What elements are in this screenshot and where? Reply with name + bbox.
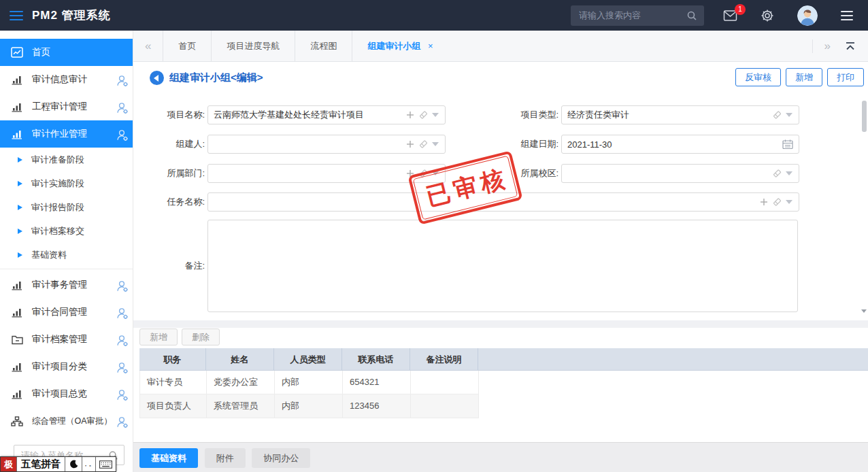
ime-scheme-button[interactable]: 五笔拼音 [16,457,65,471]
sidebar-item-project-overview[interactable]: 审计项目总览 [0,380,133,407]
table-row[interactable]: 审计专员 党委办公室 内部 654321 [139,371,479,394]
global-search-input[interactable] [578,10,686,21]
clear-icon[interactable] [418,139,429,149]
tabs-scroll-left[interactable]: « [133,39,163,53]
column-header: 职务 [139,348,206,370]
global-search-box[interactable] [571,5,704,26]
collapse-up-icon[interactable] [842,41,868,51]
sidebar-subitem-basic-data[interactable]: 基础资料 [0,243,133,267]
punctuation-toggle[interactable]: ，。 [82,457,96,471]
build-date-input[interactable] [562,135,799,153]
message-count-badge: 1 [735,4,746,15]
campus-field[interactable] [561,164,799,183]
tab-collaboration[interactable]: 协同办公 [252,448,310,468]
project-type-input[interactable] [562,106,799,124]
column-header: 人员类型 [274,348,342,370]
sidebar-item-audit-archives[interactable]: 审计档案管理 [0,326,133,353]
add-button[interactable]: 新增 [786,68,822,86]
sidebar-item-audit-affairs[interactable]: 审计事务管理 [0,271,133,299]
tab-home[interactable]: 首页 [163,31,211,61]
settings-button[interactable] [761,9,774,22]
build-date-field[interactable] [561,135,799,154]
table-add-button[interactable]: 新增 [139,328,178,345]
keyboard-icon[interactable] [96,457,116,471]
bar-chart-icon [11,102,23,112]
tab-label: 组建审计小组 [367,41,420,51]
user-settings-icon[interactable] [116,101,129,116]
scrollbar-down-arrow[interactable] [861,309,867,313]
user-settings-icon[interactable] [116,388,129,403]
sidebar-subitem-prepare[interactable]: 审计准备阶段 [0,148,133,171]
tabs-scroll-right[interactable]: » [813,39,842,53]
clear-icon[interactable] [418,110,429,120]
column-header: 联系电话 [342,348,410,370]
sidebar-item-project-audit[interactable]: 工程审计管理 [0,93,133,120]
bar-chart-icon [11,307,23,318]
sidebar-toggle-icon[interactable] [10,11,23,20]
remark-textarea[interactable] [208,220,797,311]
user-settings-icon[interactable] [116,280,129,294]
back-button[interactable] [150,71,164,85]
sidebar-item-home[interactable]: 首页 [0,39,133,66]
calendar-icon[interactable] [782,139,793,150]
clear-icon[interactable] [772,110,782,120]
app-root: PM2 管理系统 1 首页 [0,0,868,472]
organizer-field[interactable] [207,135,446,154]
project-type-field[interactable] [561,105,799,124]
user-settings-icon[interactable] [116,307,129,322]
section-divider [133,320,868,328]
sidebar-subitem-implement[interactable]: 审计实施阶段 [0,171,133,195]
tab-flowchart[interactable]: 流程图 [295,31,352,61]
sidebar-item-audit-info[interactable]: 审计信息审计 [0,66,133,93]
menu-icon[interactable] [841,11,853,20]
tab-attachments[interactable]: 附件 [205,448,246,468]
tab-build-audit-team[interactable]: 组建审计小组 × [352,31,448,61]
sidebar-item-oa-management[interactable]: 综合管理（OA审批） [0,407,133,435]
sidebar-subitem-label: 审计准备阶段 [31,154,84,166]
sidebar-item-label: 审计项目分类 [32,360,87,373]
user-settings-icon[interactable] [116,334,129,349]
table-row[interactable]: 项目负责人 系统管理员 内部 123456 [139,394,479,418]
user-settings-icon[interactable] [116,361,129,376]
caret-down-icon[interactable] [432,113,439,117]
tab-project-progress[interactable]: 项目进度导航 [211,31,295,61]
search-icon[interactable] [686,10,697,21]
clear-icon[interactable] [772,197,782,207]
caret-down-icon[interactable] [786,171,792,175]
scrollbar-thumb[interactable] [862,101,867,132]
plus-icon[interactable] [759,197,769,207]
user-settings-icon[interactable] [116,416,129,431]
remark-field[interactable] [207,220,798,312]
sidebar-subitem-report[interactable]: 审计报告阶段 [0,195,133,219]
campus-input[interactable] [562,165,799,182]
sidebar-item-audit-operations[interactable]: 审计作业管理 [0,120,133,148]
messages-button[interactable]: 1 [723,10,737,21]
plus-icon[interactable] [405,139,415,149]
clear-icon[interactable] [772,169,782,178]
sidebar-item-label: 首页 [32,46,50,58]
plus-icon[interactable] [405,110,415,120]
unaudit-button[interactable]: 反审核 [735,68,781,86]
sidebar-item-label: 综合管理（OA审批） [32,416,112,427]
sidebar-divider [0,269,133,269]
avatar[interactable] [797,5,818,26]
print-button[interactable]: 打印 [827,68,864,86]
sidebar-item-label: 审计事务管理 [32,279,87,291]
caret-down-icon[interactable] [786,200,792,204]
sidebar-item-audit-contracts[interactable]: 审计合同管理 [0,299,133,326]
caret-down-icon[interactable] [432,142,439,146]
sidebar-item-project-category[interactable]: 审计项目分类 [0,353,133,380]
project-name-field[interactable] [207,105,446,124]
tab-basic-data[interactable]: 基础资料 [139,448,198,468]
table-delete-button[interactable]: 删除 [182,328,220,345]
project-type-label: 项目类型: [473,105,558,124]
moon-icon[interactable] [65,457,82,471]
caret-down-icon[interactable] [786,113,792,117]
bar-chart-icon [11,362,23,372]
sidebar-subitem-archive-transfer[interactable]: 审计档案移交 [0,219,133,243]
ime-logo-icon[interactable]: 极 [1,457,16,471]
user-settings-icon[interactable] [116,74,129,89]
user-settings-icon[interactable] [116,129,129,144]
triangle-icon [18,252,22,258]
close-icon[interactable]: × [428,41,433,51]
